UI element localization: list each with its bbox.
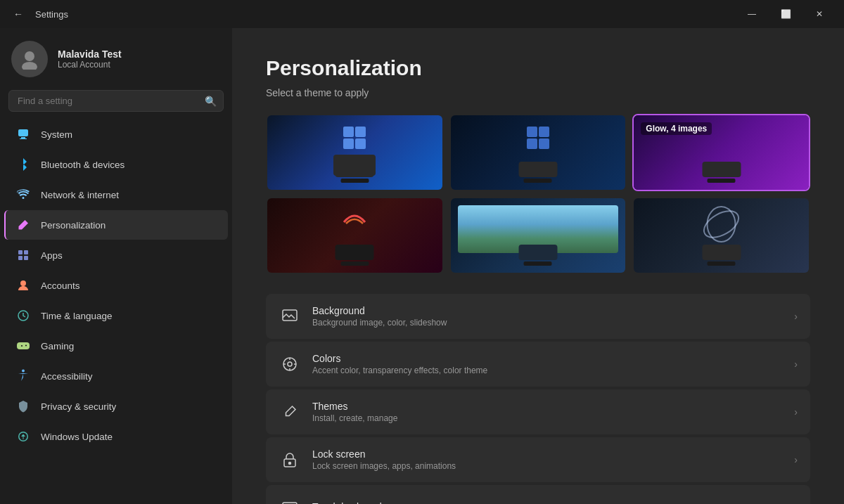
theme-1-taskbar [335,162,374,177]
network-icon [15,187,31,202]
background-sub: Background image, color, slideshow [312,318,783,328]
sidebar-item-privacy[interactable]: Privacy & security [4,392,228,421]
svg-rect-15 [343,138,354,149]
sidebar-item-system[interactable]: System [4,119,228,149]
gaming-icon [15,338,31,354]
sidebar-item-bluetooth[interactable]: Bluetooth & devices [4,150,228,179]
theme-card-4[interactable] [266,197,444,274]
theme-3-taskbar [702,162,741,177]
sidebar-label-bluetooth: Bluetooth & devices [41,160,124,170]
sidebar-label-privacy: Privacy & security [41,401,116,412]
back-button[interactable]: ← [8,4,28,24]
theme-card-3[interactable]: Glow, 4 images [632,114,810,191]
svg-rect-16 [355,138,366,149]
theme-card-2[interactable] [449,114,627,191]
svg-point-9 [20,280,26,286]
app-title: Settings [35,9,68,20]
sidebar-label-apps: Apps [41,250,63,261]
sidebar-item-update[interactable]: Windows Update [4,422,228,451]
sidebar-item-network[interactable]: Network & internet [4,180,228,209]
theme-5-taskbar [518,245,557,260]
sidebar-label-personalization: Personalization [41,220,106,231]
theme-4-logo [340,208,369,235]
svg-rect-4 [20,138,27,139]
sidebar-item-accessibility[interactable]: Accessibility [4,361,228,391]
sidebar-item-personalization[interactable]: Personalization [4,210,228,240]
theme-grid: Glow, 4 images [266,114,810,274]
page-subtitle: Select a theme to apply [266,87,810,98]
settings-item-lockscreen[interactable]: Lock screen Lock screen images, apps, an… [266,437,810,482]
lockscreen-sub: Lock screen images, apps, animations [312,461,783,471]
svg-point-1 [22,62,37,70]
sidebar-label-system: System [41,129,72,140]
content-area: Personalization Select a theme to apply [232,28,844,504]
profile-sub: Local Account [58,60,122,70]
accounts-icon [15,278,31,293]
privacy-icon [15,399,31,414]
sidebar-nav: System Bluetooth & devices Network & int… [0,119,232,497]
lockscreen-text: Lock screen Lock screen images, apps, an… [312,448,783,471]
settings-list: Background Background image, color, slid… [266,294,810,504]
main-layout: Malavida Test Local Account 🔍 System Blu… [0,28,844,504]
svg-rect-7 [18,256,23,260]
sidebar-item-time[interactable]: Time & language [4,301,228,330]
lockscreen-chevron: › [794,454,798,465]
themes-chevron: › [794,406,798,418]
title-bar: ← Settings — ⬜ ✕ [0,0,844,28]
close-button[interactable]: ✕ [803,3,836,25]
touchkeyboard-icon [279,496,301,504]
svg-rect-5 [18,250,23,254]
title-bar-left: ← Settings [8,4,736,24]
svg-rect-19 [527,138,537,149]
search-input[interactable] [8,90,224,112]
lockscreen-title: Lock screen [312,448,783,460]
bluetooth-icon [15,157,31,172]
search-icon: 🔍 [205,96,217,107]
theme-3-label: Glow, 4 images [641,122,712,135]
search-container: 🔍 [8,90,224,112]
accessibility-icon [15,368,31,384]
theme-card-6[interactable] [632,197,810,274]
theme-card-5[interactable] [449,197,627,274]
touchkeyboard-text: Touch keyboard [312,501,783,504]
colors-icon [279,353,301,375]
background-icon [279,305,301,328]
lockscreen-icon [279,448,301,471]
sidebar-item-apps[interactable]: Apps [4,240,228,270]
svg-point-27 [289,463,291,465]
settings-item-background[interactable]: Background Background image, color, slid… [266,294,810,339]
svg-rect-18 [539,127,549,137]
svg-rect-14 [355,127,366,137]
sidebar-label-accessibility: Accessibility [41,371,93,382]
settings-item-themes[interactable]: Themes Install, create, manage › [266,389,810,434]
svg-rect-20 [539,138,549,149]
svg-rect-11 [17,342,30,349]
svg-rect-8 [24,256,28,260]
time-icon [15,308,31,323]
maximize-button[interactable]: ⬜ [769,3,802,25]
theme-card-1[interactable] [266,114,444,191]
svg-point-12 [22,370,25,373]
minimize-button[interactable]: — [736,3,768,25]
themes-title: Themes [312,401,783,412]
colors-text: Colors Accent color, transparency effect… [312,353,783,375]
theme-6-taskbar [702,245,741,260]
profile-section[interactable]: Malavida Test Local Account [0,28,232,87]
svg-rect-13 [343,127,354,137]
background-title: Background [312,305,783,316]
svg-point-0 [25,51,34,61]
personalization-icon [15,217,31,233]
theme-4-taskbar [335,245,374,260]
sidebar-item-gaming[interactable]: Gaming [4,331,228,361]
touchkeyboard-title: Touch keyboard [312,501,783,504]
apps-icon [15,247,31,263]
theme-6-logo [702,205,741,244]
themes-icon [279,401,301,423]
background-chevron: › [794,311,798,322]
profile-info: Malavida Test Local Account [58,49,122,70]
settings-item-touchkeyboard[interactable]: Touch keyboard › [266,485,810,504]
sidebar-item-accounts[interactable]: Accounts [4,271,228,300]
sidebar-label-accounts: Accounts [41,280,80,291]
settings-item-colors[interactable]: Colors Accent color, transparency effect… [266,342,810,387]
sidebar-label-network: Network & internet [41,190,119,200]
